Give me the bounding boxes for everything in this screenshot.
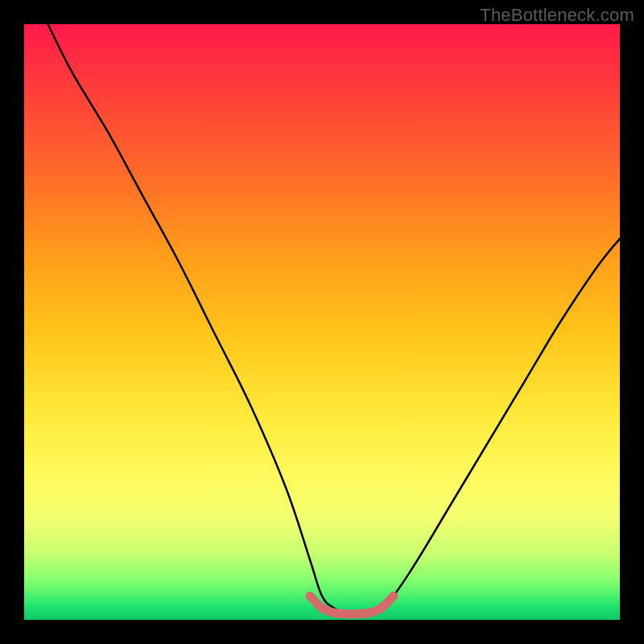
curve-layer	[24, 24, 620, 620]
bottleneck-curve	[48, 24, 620, 614]
plot-area	[24, 24, 620, 620]
watermark-text: TheBottleneck.com	[480, 5, 634, 26]
chart-frame: TheBottleneck.com	[0, 0, 644, 644]
